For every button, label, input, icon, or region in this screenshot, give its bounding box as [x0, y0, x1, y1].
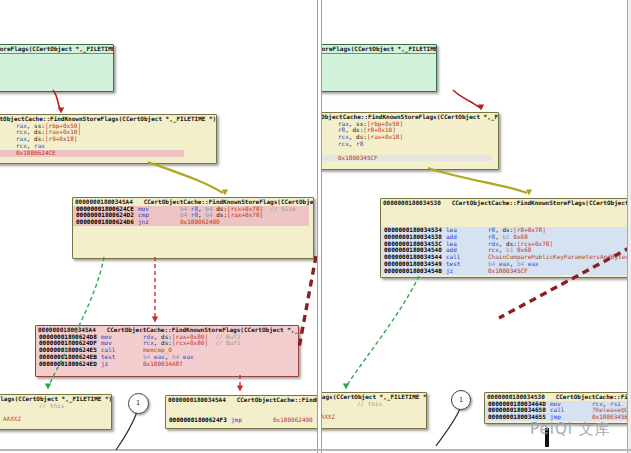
edge-arrowhead: [58, 108, 64, 114]
asm-row: // this: [322, 401, 426, 408]
node-title: 00000001800345A4 CCertObjectCache::FindK…: [73, 198, 313, 206]
asm-row: [0, 409, 111, 416]
bindiff-graph-view: 00000001800345A4 CCertObjectCache::FindK…: [0, 0, 631, 453]
node-title: CCertObjectCache::FindKnownStoreFlags(CC…: [0, 45, 113, 54]
asm-row: AAXXZ: [322, 414, 426, 421]
asm-row: rcx, rax: [0, 143, 216, 150]
graph-node-primary-exit-jmp[interactable]: 00000001800345A4 CCertObjectCache::FindK…: [165, 395, 317, 429]
asm-row: 00000001800624D2cmpb4 r8, b4 ds:[rax+0x7…: [73, 212, 309, 219]
edge-arrowhead: [152, 317, 158, 323]
node-title: CCertObjectCache::FindKnownStoreFlags(CC…: [0, 115, 216, 123]
asm-row: 0x1800345CF: [322, 155, 492, 162]
graph-node-primary-block-load[interactable]: CCertObjectCache::FindKnownStoreFlags(CC…: [0, 114, 217, 164]
asm-row: // this: [0, 403, 111, 410]
graph-edge: [148, 162, 223, 193]
asm-row: AAXXZ: [0, 416, 111, 423]
asm-row: 000000018003453Cleardx, ds:[rcx+0x78]: [381, 241, 627, 248]
asm-row: 00000001800624CEmovb4 r8, b4 ds:[rcx+0x7…: [73, 206, 309, 213]
asm-row: [381, 207, 627, 214]
node-title: 0000000180034530 CCertObjectCache::FindK…: [381, 199, 627, 207]
asm-row: 0000000180034538addr8, b1 0x68: [381, 234, 627, 241]
node-title: CCertObjectCache::FindKnownStoreFlags(CC…: [322, 113, 498, 121]
edge-arrowhead: [343, 384, 349, 390]
asm-row: 00000001800624EDjz0x180034A87: [36, 361, 298, 368]
asm-row: rax, ss:[rbp+0x50]: [0, 123, 216, 130]
asm-row: [381, 220, 627, 227]
asm-row: rax, ss:[rbp+0x50]: [322, 121, 498, 128]
asm-row: rcx, ds:[rax+0x10]: [0, 129, 216, 136]
asm-row: 00000001800624E5callmemcmp_0: [36, 347, 298, 354]
asm-row: rcx, r8: [322, 141, 498, 148]
asm-row: 00000001800624D8movrdx, ds:[rax+0x80] //…: [36, 334, 298, 341]
asm-row: r8, ds:[r8+0x10]: [322, 127, 498, 134]
graph-edge: [299, 256, 316, 348]
asm-row: 0x1800624CE: [0, 150, 184, 157]
asm-row: [322, 407, 426, 414]
asm-row: 000000018003464Dmovrcx, rsi: [485, 401, 627, 408]
edge-arrowhead: [237, 386, 243, 392]
asm-row: [166, 404, 317, 411]
asm-row: [322, 148, 498, 155]
asm-row: 0000000180034534lear8, ds:[r8+0x78]: [381, 227, 627, 234]
graph-edge: [53, 90, 61, 111]
asm-row: rax, ds:[r9+0x18]: [0, 136, 216, 143]
asm-row: 00000001800624DFmovrcx, ds:[rcx+0x80] //…: [36, 340, 298, 347]
graph-edge: [428, 168, 527, 193]
pane-secondary-graph[interactable]: CCertObjectCache::FindKnownStoreFlags(CC…: [322, 0, 627, 453]
edge-arrowhead: [526, 190, 532, 196]
graph-edge: [347, 276, 419, 385]
pane-primary-graph[interactable]: CCertObjectCache::FindKnownStoreFlags(CC…: [0, 0, 317, 453]
asm-row: 000000018003454Bjz0x1800345CF: [381, 268, 627, 275]
watermark: PeiQi 文库: [530, 420, 611, 439]
node-title: CCertObjectCache::FindKnownStoreFlags(CC…: [322, 45, 436, 54]
asm-row: 0000000180034544callChainComparePublicKe…: [381, 254, 627, 261]
edge-arrowhead: [478, 105, 484, 111]
asm-row: 0000000180034549testb4 eax, b4 eax: [381, 261, 627, 268]
graph-node-primary-exit-this[interactable]: CCertObjectCache::FindKnownStoreFlags(CC…: [0, 394, 112, 430]
asm-row: 0000000180034650call?Release@CCertObject: [485, 407, 627, 414]
graph-node-secondary-exit-this[interactable]: CCertObjectCache::FindKnownStoreFlags(CC…: [322, 392, 427, 429]
edge-arrowhead: [222, 190, 228, 196]
graph-node-primary-block-memcmp[interactable]: 00000001800345A4 CCertObjectCache::FindK…: [35, 325, 299, 377]
graph-edge: [453, 90, 480, 108]
graph-node-secondary-block-load[interactable]: CCertObjectCache::FindKnownStoreFlags(CC…: [322, 112, 499, 170]
node-title: 00000001800345A4 CCertObjectCache::FindK: [166, 396, 317, 404]
asm-row: 00000001800624EBtestb4 eax, b4 eax: [36, 354, 298, 361]
graph-node-primary-entry[interactable]: CCertObjectCache::FindKnownStoreFlags(CC…: [0, 44, 114, 92]
node-title: CCertObjectCache::FindKnownStoreFlags(CC…: [322, 393, 426, 401]
node-title: 00000001800345A4 CCertObjectCache::FindK…: [36, 326, 298, 334]
asm-row: 0000000180034540addrcx, b1 0x68: [381, 247, 627, 254]
edge-arrowhead: [45, 384, 51, 390]
node-title: 0000000180034530 CCertObjectCache::Find: [485, 393, 627, 401]
asm-row: [166, 410, 317, 417]
graph-node-primary-block-cmp-size[interactable]: 00000001800345A4 CCertObjectCache::FindK…: [72, 197, 314, 259]
graph-edge: [116, 412, 137, 450]
graph-edge: [436, 409, 460, 446]
asm-row: 00000001800624D6jnz0x180062490: [73, 219, 309, 226]
entry-exit-marker[interactable]: 1: [451, 390, 471, 410]
graph-node-secondary-entry[interactable]: CCertObjectCache::FindKnownStoreFlags(CC…: [322, 44, 437, 92]
asm-row: [381, 213, 627, 220]
graph-node-secondary-block-compare-call[interactable]: 0000000180034530 CCertObjectCache::FindK…: [380, 198, 627, 278]
entry-exit-marker[interactable]: 1: [128, 393, 149, 414]
window-bottom-border: [0, 449, 631, 451]
right-edge-strip: [627, 0, 631, 453]
asm-row: rcx, ds:[rax+0x18]: [322, 134, 498, 141]
asm-row: 00000001800624F3jmp0x180062490: [166, 417, 317, 424]
node-title: CCertObjectCache::FindKnownStoreFlags(CC…: [0, 395, 111, 403]
